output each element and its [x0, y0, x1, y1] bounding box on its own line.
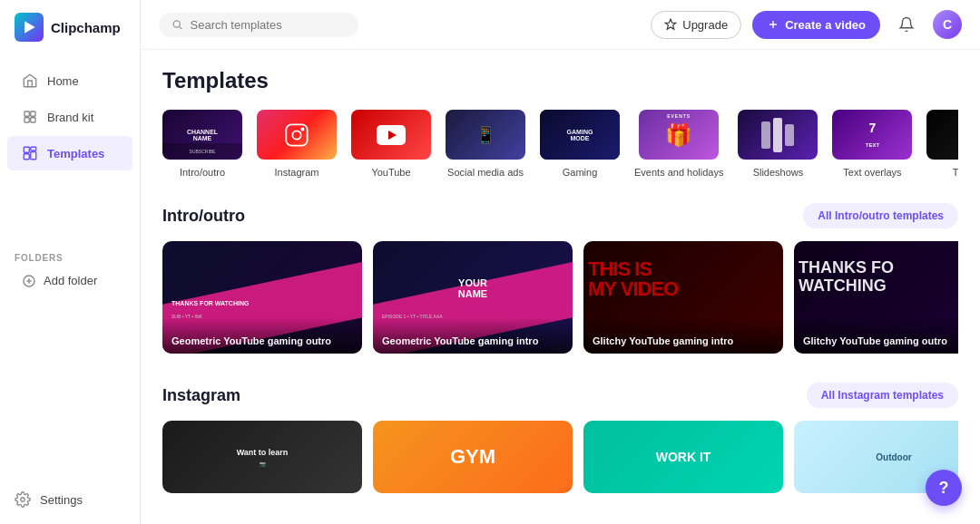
category-item-tiktok[interactable]: ♪ TikTok [926, 110, 958, 178]
category-label-gaming: Gaming [563, 167, 598, 178]
category-item-intro-outro[interactable]: CHANNELNAME SUBSCRIBE Intro/outro [162, 110, 242, 178]
svg-point-20 [301, 128, 303, 130]
category-thumb-events-holidays: 🎁 Events [639, 110, 719, 160]
category-label-instagram: Instagram [275, 167, 319, 178]
notifications-button[interactable] [891, 9, 922, 40]
svg-marker-15 [665, 19, 676, 29]
category-thumb-gaming: GAMINGMODE [540, 110, 620, 160]
category-label-youtube: YouTube [371, 167, 410, 178]
template-card-insta1[interactable]: Want to learn 📷 [162, 421, 362, 493]
all-instagram-templates-button[interactable]: All Instagram templates [807, 383, 958, 408]
sidebar-bottom: Settings [0, 475, 140, 524]
svg-point-13 [173, 21, 180, 27]
template-card-insta2[interactable]: GYM [373, 421, 573, 493]
svg-point-19 [292, 131, 300, 139]
top-bar: Upgrade Create a video C [141, 0, 980, 50]
sidebar-item-templates-label: Templates [47, 147, 104, 160]
main-content: Upgrade Create a video C Templates [141, 0, 980, 524]
svg-rect-1 [24, 112, 29, 116]
svg-rect-2 [31, 112, 35, 116]
category-thumb-text-overlays: 7TEXT [832, 110, 912, 160]
bell-icon [898, 16, 915, 33]
intro-section-header: Intro/outro All Intro/outro templates [162, 203, 958, 228]
category-item-events-holidays[interactable]: 🎁 Events Events and holidays [634, 110, 723, 178]
settings-item[interactable]: Settings [15, 486, 125, 513]
category-item-youtube[interactable]: YouTube [351, 110, 431, 178]
category-item-social-media-ads[interactable]: 📱 Social media ads [446, 110, 525, 178]
intro-section-title: Intro/outro [162, 207, 245, 226]
svg-rect-5 [24, 147, 29, 152]
instagram-section-header: Instagram All Instagram templates [162, 383, 958, 408]
category-item-instagram[interactable]: Instagram [257, 110, 337, 178]
template-thumb-insta1: Want to learn 📷 [162, 421, 362, 493]
sidebar: Clipchamp Home Brand kit [0, 0, 141, 524]
template-card-insta3[interactable]: WORK IT [583, 421, 783, 493]
svg-rect-18 [286, 124, 307, 145]
svg-rect-4 [31, 118, 35, 122]
template-card-glitch-intro[interactable]: THIS ISMY VIDEO Glitchy YouTube gaming i… [583, 241, 783, 354]
top-bar-right: Upgrade Create a video C [651, 9, 962, 40]
category-label-text-overlays: Text overlays [843, 167, 901, 178]
upgrade-icon [664, 18, 677, 31]
category-label-slideshows: Slideshows [753, 167, 804, 178]
category-label-tiktok: TikTok [953, 167, 958, 178]
template-card-geo-outro[interactable]: THANKS FOR WATCHING SUB • YT • INK Geome… [162, 241, 362, 354]
sidebar-item-templates[interactable]: Templates [7, 136, 132, 170]
category-thumb-tiktok: ♪ [926, 110, 958, 160]
category-item-text-overlays[interactable]: 7TEXT Text overlays [832, 110, 912, 178]
search-icon [172, 18, 183, 31]
category-thumb-instagram [257, 110, 337, 160]
category-label-social-media-ads: Social media ads [447, 167, 524, 178]
add-folder-button[interactable]: Add folder [15, 267, 125, 296]
category-row: CHANNELNAME SUBSCRIBE Intro/outro [162, 110, 958, 178]
content-body: Templates CHANNELNAME SUBSCRIBE Intro/ou… [141, 50, 980, 524]
svg-rect-8 [31, 152, 36, 160]
app-logo[interactable]: Clipchamp [0, 0, 140, 54]
template-label-geo-intro: Geometric YouTube gaming intro [373, 317, 573, 354]
search-input[interactable] [191, 18, 347, 32]
sidebar-item-brand-kit-label: Brand kit [47, 111, 93, 124]
template-thumb-insta3: WORK IT [583, 421, 783, 493]
category-thumb-slideshows [738, 110, 818, 160]
create-video-button[interactable]: Create a video [752, 11, 880, 39]
category-label-intro-outro: Intro/outro [180, 167, 225, 178]
sidebar-item-brand-kit[interactable]: Brand kit [7, 100, 132, 134]
plus-icon [767, 18, 779, 31]
svg-rect-3 [24, 118, 29, 122]
folders-section: FOLDERS Add folder [0, 242, 140, 303]
template-card-glitch-outro[interactable]: THANKS FOWATCHING Glitchy YouTube gaming… [794, 241, 958, 354]
category-item-slideshows[interactable]: Slideshows [738, 110, 818, 178]
all-intro-templates-button[interactable]: All Intro/outro templates [803, 203, 958, 228]
sidebar-item-home[interactable]: Home [7, 63, 132, 98]
instagram-section-title: Instagram [162, 386, 240, 405]
category-thumb-social-media-ads: 📱 [446, 110, 525, 160]
svg-rect-6 [31, 147, 36, 150]
template-thumb-insta2: GYM [373, 421, 573, 493]
app-name: Clipchamp [51, 20, 121, 35]
add-folder-label: Add folder [44, 274, 97, 287]
help-button[interactable]: ? [926, 470, 962, 506]
page-title: Templates [162, 68, 958, 93]
svg-line-14 [180, 26, 182, 29]
svg-rect-7 [24, 154, 29, 160]
sidebar-nav: Home Brand kit Templates [0, 54, 140, 242]
template-card-geo-intro[interactable]: YOURNAME EPISODE 1 • YT • TITLE.AAA Geom… [373, 241, 573, 354]
upgrade-button[interactable]: Upgrade [651, 11, 741, 39]
category-label-events-holidays: Events and holidays [634, 167, 723, 178]
search-box[interactable] [159, 13, 358, 37]
template-label-geo-outro: Geometric YouTube gaming outro [162, 317, 362, 354]
avatar[interactable]: C [933, 10, 962, 39]
logo-icon [15, 13, 44, 42]
svg-marker-0 [24, 21, 35, 33]
category-item-gaming[interactable]: GAMINGMODE Gaming [540, 110, 620, 178]
instagram-section: Instagram All Instagram templates Want t… [162, 383, 958, 493]
category-thumb-youtube [351, 110, 431, 160]
settings-label: Settings [40, 493, 83, 507]
svg-point-12 [21, 498, 25, 502]
instagram-templates-row: Want to learn 📷 GYM [162, 421, 958, 493]
intro-templates-row: THANKS FOR WATCHING SUB • YT • INK Geome… [162, 241, 958, 354]
folders-label: FOLDERS [15, 253, 125, 263]
category-thumb-intro-outro: CHANNELNAME SUBSCRIBE [162, 110, 242, 160]
template-label-glitch-outro: Glitchy YouTube gaming outro [794, 317, 958, 354]
sidebar-item-home-label: Home [47, 74, 79, 88]
